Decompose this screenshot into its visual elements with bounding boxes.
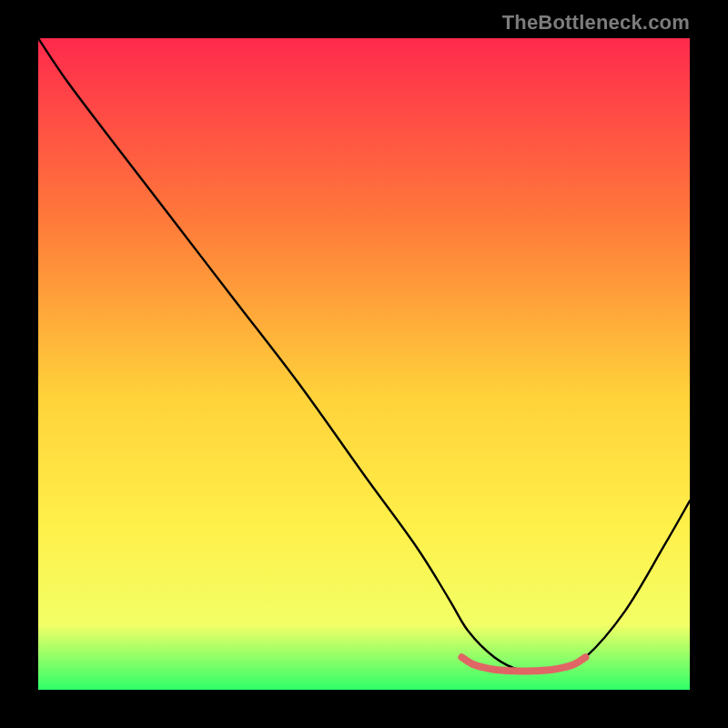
bottleneck-curve <box>38 38 690 672</box>
chart-frame: TheBottleneck.com <box>0 0 728 728</box>
watermark-text: TheBottleneck.com <box>502 11 690 35</box>
plot-area <box>38 38 690 690</box>
optimal-range-marker <box>461 657 585 671</box>
curve-layer <box>38 38 690 690</box>
